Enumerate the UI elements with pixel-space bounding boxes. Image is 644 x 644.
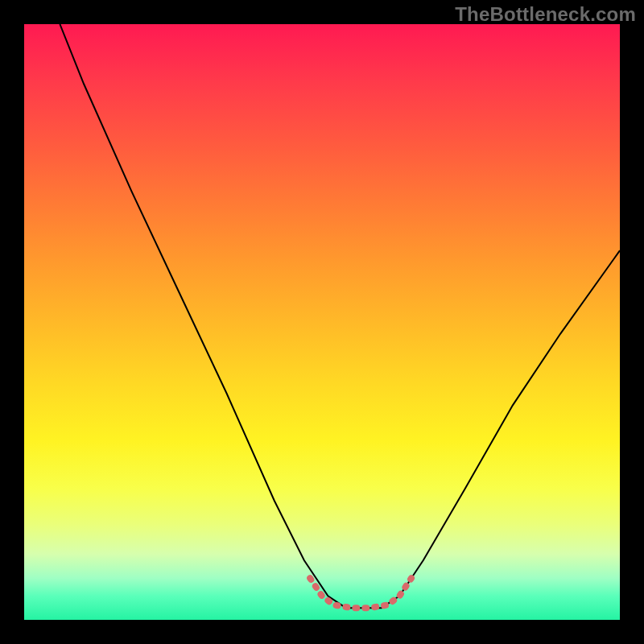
watermark-text: TheBottleneck.com <box>455 3 636 26</box>
chart-svg <box>24 24 620 620</box>
chart-frame: TheBottleneck.com <box>0 0 644 644</box>
chart-plot-area <box>24 24 620 620</box>
curve-black <box>60 24 620 608</box>
